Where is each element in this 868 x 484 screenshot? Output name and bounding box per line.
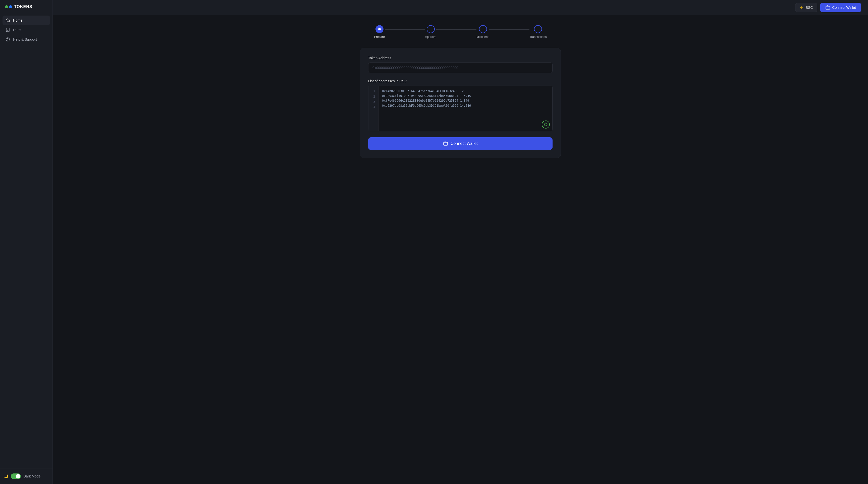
refresh-button[interactable] xyxy=(542,121,550,129)
step-circle-multisend xyxy=(479,25,487,33)
svg-rect-7 xyxy=(443,142,447,146)
line-num-1: 1 xyxy=(371,89,375,94)
sidebar-nav: Home Docs Help xyxy=(0,13,53,468)
dark-mode-label: Dark Mode xyxy=(23,474,40,478)
step-label-transactions: Transactions xyxy=(529,35,547,39)
line-num-2: 2 xyxy=(371,94,375,99)
step-label-multisend: Multisend xyxy=(476,35,489,39)
main-wallet-icon xyxy=(443,141,448,146)
sidebar-item-docs[interactable]: Docs xyxy=(2,25,50,35)
app-logo: TOKENS xyxy=(0,0,53,13)
home-label: Home xyxy=(13,18,22,22)
refresh-icon xyxy=(544,123,548,127)
sidebar-item-home[interactable]: Home xyxy=(2,15,50,25)
help-label: Help & Support xyxy=(13,37,37,41)
sidebar: TOKENS Home Docs xyxy=(0,0,53,484)
bsc-label: BSC xyxy=(806,5,813,9)
topbar-connect-wallet-label: Connect Wallet xyxy=(832,5,856,9)
logo-dot-green xyxy=(5,5,8,8)
logo-dots xyxy=(5,5,12,8)
step-inner-prepare xyxy=(378,28,381,30)
csv-textarea[interactable]: 0x14b02E90305Cb16493475cb764194CCDA163c4… xyxy=(378,86,552,131)
step-approve: Approve xyxy=(425,25,436,39)
help-icon xyxy=(5,37,10,42)
bsc-icon xyxy=(800,5,804,10)
form-card: Token Address List of addresses in CSV 1… xyxy=(360,48,561,158)
connector-1 xyxy=(385,29,425,30)
svg-point-5 xyxy=(7,40,8,40)
connector-line-1 xyxy=(385,29,425,30)
csv-editor: 1 2 3 4 0x14b02E90305Cb16493475cb764194C… xyxy=(368,86,552,131)
step-inner-multisend xyxy=(482,28,484,30)
csv-editor-wrapper: 1 2 3 4 0x14b02E90305Cb16493475cb764194C… xyxy=(368,86,553,131)
line-num-3: 3 xyxy=(371,99,375,105)
step-circle-transactions xyxy=(534,25,542,33)
step-circle-approve xyxy=(427,25,435,33)
docs-label: Docs xyxy=(13,28,21,32)
connector-3 xyxy=(489,29,529,30)
step-circle-prepare xyxy=(375,25,383,33)
line-numbers: 1 2 3 4 xyxy=(368,86,378,131)
connector-line-3 xyxy=(489,29,529,30)
page-content: Prepare Approve Multisend xyxy=(53,15,868,484)
step-multisend: Multisend xyxy=(476,25,489,39)
step-inner-approve xyxy=(430,28,432,30)
docs-icon xyxy=(5,28,10,32)
step-transactions: Transactions xyxy=(529,25,547,39)
sidebar-item-help[interactable]: Help & Support xyxy=(2,35,50,44)
wallet-icon xyxy=(825,5,830,10)
connect-wallet-main-label: Connect Wallet xyxy=(451,141,478,146)
connect-wallet-main-button[interactable]: Connect Wallet xyxy=(368,137,553,150)
connector-2 xyxy=(436,29,476,30)
logo-dot-blue xyxy=(9,5,12,8)
svg-rect-6 xyxy=(826,6,830,9)
step-inner-transactions xyxy=(537,28,539,30)
token-address-input[interactable] xyxy=(368,63,553,73)
main-area: BSC Connect Wallet Prepare xyxy=(53,0,868,484)
moon-icon: 🌙 xyxy=(4,474,8,478)
step-label-prepare: Prepare xyxy=(374,35,385,39)
stepper: Prepare Approve Multisend xyxy=(68,25,853,39)
dark-mode-toggle[interactable] xyxy=(11,474,21,479)
app-title: TOKENS xyxy=(14,4,32,9)
step-prepare: Prepare xyxy=(374,25,385,39)
toggle-knob xyxy=(16,474,20,479)
step-label-approve: Approve xyxy=(425,35,436,39)
connector-line-2 xyxy=(436,29,476,30)
home-icon xyxy=(5,18,10,23)
csv-label: List of addresses in CSV xyxy=(368,79,553,83)
topbar-connect-wallet-button[interactable]: Connect Wallet xyxy=(820,3,861,12)
token-address-label: Token Address xyxy=(368,56,553,60)
line-num-4: 4 xyxy=(371,104,375,110)
topbar: BSC Connect Wallet xyxy=(53,0,868,15)
dark-mode-section: 🌙 Dark Mode xyxy=(0,468,53,484)
bsc-button[interactable]: BSC xyxy=(795,3,817,12)
